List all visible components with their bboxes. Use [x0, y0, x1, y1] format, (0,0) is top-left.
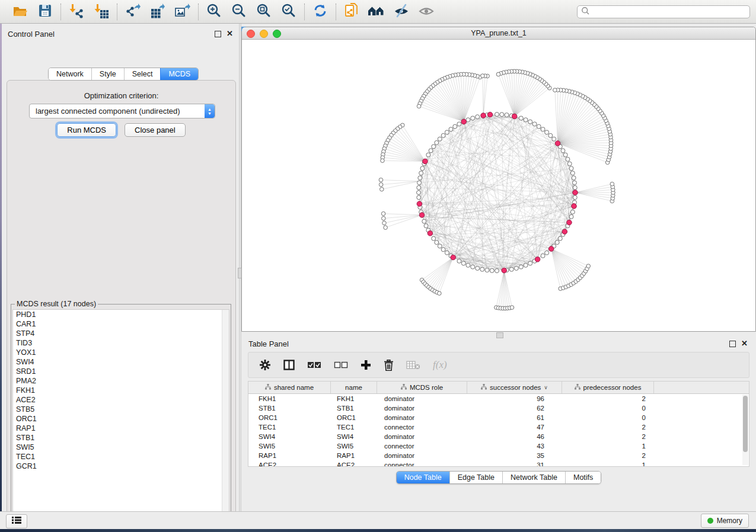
- save-session-button[interactable]: [36, 3, 54, 21]
- cell[interactable]: connector: [377, 441, 467, 451]
- cell[interactable]: 43: [467, 441, 562, 451]
- mcds-node[interactable]: [567, 220, 572, 225]
- mcds-result-item[interactable]: ACE2: [13, 395, 229, 405]
- mcds-node[interactable]: [512, 114, 517, 119]
- share-network-button[interactable]: [343, 3, 361, 21]
- select-all-button[interactable]: [307, 361, 321, 369]
- cell[interactable]: STB1: [331, 403, 377, 413]
- task-history-button[interactable]: [6, 514, 27, 528]
- horizontal-splitter-handle[interactable]: [496, 332, 503, 338]
- cell[interactable]: ACE2: [331, 460, 377, 467]
- cell[interactable]: FKH1: [331, 394, 377, 403]
- search-field[interactable]: [577, 5, 750, 18]
- search-input[interactable]: [590, 7, 746, 17]
- mcds-result-item[interactable]: FKH1: [13, 386, 229, 395]
- column-selector-button[interactable]: [283, 360, 295, 370]
- mcds-result-item[interactable]: CAR1: [13, 319, 229, 329]
- import-network-button[interactable]: [68, 3, 85, 21]
- table-row-SWI5[interactable]: SWI5SWI5connector431: [248, 441, 749, 451]
- mcds-result-item[interactable]: TEC1: [13, 452, 229, 462]
- cell[interactable]: FKH1: [248, 394, 331, 403]
- run-mcds-button[interactable]: Run MCDS: [57, 123, 116, 137]
- cell[interactable]: 1: [562, 441, 654, 451]
- mcds-result-list[interactable]: PHD1CAR1STP4TID3YOX1SWI4SRD1PMA2FKH1ACE2…: [12, 309, 229, 517]
- cell[interactable]: connector: [377, 460, 467, 467]
- mcds-result-item[interactable]: SRD1: [13, 367, 229, 376]
- cell[interactable]: dominator: [377, 413, 467, 422]
- export-network-button[interactable]: [124, 3, 142, 21]
- cell[interactable]: 2: [562, 432, 654, 441]
- result-scrollbar[interactable]: [222, 310, 229, 517]
- close-panel-button[interactable]: ✕: [227, 31, 233, 37]
- cell[interactable]: SWI5: [331, 441, 377, 451]
- add-entry-button[interactable]: [361, 360, 371, 370]
- tab-mcds[interactable]: MCDS: [160, 68, 198, 80]
- cell[interactable]: 35: [467, 451, 562, 460]
- table-row-STB1[interactable]: STB1STB1dominator620: [248, 403, 749, 413]
- table-tab-edge-table[interactable]: Edge Table: [449, 472, 502, 483]
- network-canvas[interactable]: [242, 40, 755, 332]
- zoom-out-button[interactable]: [230, 3, 248, 21]
- column-header-successor-nodes[interactable]: successor nodes∨: [467, 382, 562, 393]
- mcds-result-item[interactable]: GCR1: [13, 462, 229, 471]
- mcds-node[interactable]: [451, 255, 456, 260]
- mcds-result-item[interactable]: ORC1: [13, 414, 229, 424]
- tab-select[interactable]: Select: [124, 68, 161, 80]
- cell[interactable]: dominator: [377, 403, 467, 413]
- cell[interactable]: dominator: [377, 451, 467, 460]
- mcds-result-item[interactable]: STB1: [13, 433, 229, 443]
- mcds-node[interactable]: [562, 229, 567, 235]
- criterion-dropdown[interactable]: largest connected component (undirected)…: [29, 104, 215, 118]
- cell[interactable]: ORC1: [248, 413, 331, 422]
- zoom-fit-button[interactable]: [255, 3, 273, 21]
- mcds-result-item[interactable]: STP4: [13, 329, 229, 338]
- mcds-result-item[interactable]: STB5: [13, 405, 229, 414]
- cell[interactable]: 2: [562, 394, 654, 403]
- table-row-ORC1[interactable]: ORC1ORC1dominator610: [248, 413, 749, 422]
- mcds-result-item[interactable]: TID3: [13, 338, 229, 348]
- cell[interactable]: 2: [562, 422, 654, 432]
- cell[interactable]: dominator: [377, 394, 467, 403]
- minimize-window-light[interactable]: [260, 30, 268, 38]
- cell[interactable]: 47: [467, 422, 562, 432]
- cell[interactable]: 96: [467, 394, 562, 403]
- mcds-node[interactable]: [572, 204, 577, 209]
- cell[interactable]: 2: [562, 451, 654, 460]
- cell[interactable]: 0: [562, 413, 654, 422]
- delete-entry-button[interactable]: [384, 360, 394, 371]
- hide-graphics-details-button[interactable]: [393, 3, 410, 21]
- refresh-styles-button[interactable]: [311, 3, 329, 21]
- import-table-button[interactable]: [92, 3, 110, 21]
- memory-button[interactable]: Memory: [701, 514, 749, 528]
- mcds-node[interactable]: [487, 112, 493, 117]
- gear-button[interactable]: [259, 359, 271, 371]
- close-table-panel-button[interactable]: ✕: [741, 341, 748, 347]
- mcds-result-item[interactable]: PHD1: [13, 310, 229, 319]
- cell[interactable]: 1: [562, 460, 654, 467]
- mcds-result-item[interactable]: SWI4: [13, 357, 229, 367]
- cell[interactable]: TEC1: [331, 422, 377, 432]
- cell[interactable]: RAP1: [331, 451, 377, 460]
- table-row-FKH1[interactable]: FKH1FKH1dominator962: [248, 394, 749, 403]
- home-button[interactable]: [368, 3, 385, 21]
- deselect-all-button[interactable]: [334, 361, 348, 369]
- float-panel-button[interactable]: [215, 31, 221, 37]
- mcds-node[interactable]: [535, 257, 540, 262]
- export-table-button[interactable]: [149, 3, 167, 21]
- column-header-name[interactable]: name: [331, 382, 377, 393]
- close-panel-button-inner[interactable]: Close panel: [125, 123, 186, 137]
- cell[interactable]: TEC1: [248, 422, 331, 432]
- cell[interactable]: 0: [562, 403, 654, 413]
- mcds-node[interactable]: [423, 159, 428, 164]
- cell[interactable]: RAP1: [248, 451, 331, 460]
- table-tab-motifs[interactable]: Motifs: [565, 472, 601, 483]
- mcds-node[interactable]: [419, 213, 425, 218]
- mcds-node[interactable]: [461, 119, 467, 124]
- float-table-panel-button[interactable]: [729, 341, 736, 347]
- mcds-node[interactable]: [555, 141, 560, 146]
- table-tab-node-table[interactable]: Node Table: [397, 472, 449, 483]
- column-header-shared-name[interactable]: shared name: [248, 382, 331, 393]
- table-scrollbar[interactable]: [742, 395, 748, 465]
- cell[interactable]: ACE2: [248, 460, 331, 467]
- cell[interactable]: ORC1: [331, 413, 377, 422]
